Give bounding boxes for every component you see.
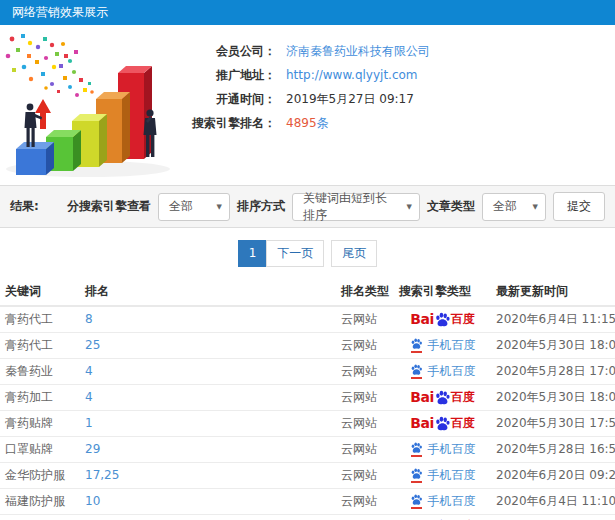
- rank-link[interactable]: 17,25: [80, 462, 336, 488]
- header-update-time: 最新更新时间: [491, 278, 615, 306]
- sort-filter-select[interactable]: 关键词由短到长排序 ▼: [292, 193, 420, 221]
- update-time-cell: 2020年6月4日 11:15: [491, 306, 615, 332]
- results-panel: 结果: 分搜索引擎查看 全部 ▼ 排序方式 关键词由短到长排序 ▼ 文章类型 全…: [0, 185, 615, 520]
- page-title: 网络营销效果展示: [0, 0, 615, 25]
- baidu-cn-text: 百度: [451, 389, 475, 406]
- bar-chart-illustration: [0, 29, 176, 181]
- engine-cell: 手机百度: [394, 332, 491, 358]
- rank-link[interactable]: 4: [80, 358, 336, 384]
- last-page-button[interactable]: 尾页: [331, 240, 377, 267]
- pagination: 1 下一页 尾页: [0, 228, 615, 278]
- member-company-row: 会员公司： 济南秦鲁药业科技有限公司: [176, 39, 430, 63]
- keyword-cell: [0, 514, 80, 520]
- rank-link[interactable]: [80, 514, 336, 520]
- mobile-baidu-logo: 手机百度: [410, 441, 476, 458]
- submit-button[interactable]: 提交: [553, 192, 605, 221]
- update-time-cell: 2020年5月30日 17:58: [491, 410, 615, 436]
- mobile-baidu-icon: [410, 493, 423, 509]
- rank-type-cell: 云网站: [336, 462, 394, 488]
- rank-type-cell: 云网站: [336, 358, 394, 384]
- rank-type-cell: [336, 514, 394, 520]
- header-engine-type: 搜索引擎类型: [394, 278, 491, 306]
- rank-link[interactable]: 8: [80, 306, 336, 332]
- member-info: 会员公司： 济南秦鲁药业科技有限公司 推广地址： http://www.qlyy…: [176, 29, 430, 185]
- rank-count-label: 搜索引擎排名：: [176, 115, 276, 132]
- rank-link[interactable]: 1: [80, 410, 336, 436]
- engine-cell: Bai百度: [394, 384, 491, 410]
- sort-filter-label: 排序方式: [237, 198, 285, 215]
- table-row: 膏药加工 4 云网站 Bai百度 2020年5月30日 18:03: [0, 384, 615, 410]
- promo-url-row: 推广地址： http://www.qlyyjt.com: [176, 63, 430, 87]
- open-time-row: 开通时间： 2019年5月27日 09:17: [176, 87, 430, 111]
- rank-type-cell: 云网站: [336, 306, 394, 332]
- results-table: 关键词 排名 排名类型 搜索引擎类型 最新更新时间 膏药代工 8 云网站 Bai…: [0, 278, 615, 520]
- update-time-cell: 2020年6月20日 09:25: [491, 462, 615, 488]
- engine-cell: 手机百度: [394, 358, 491, 384]
- engine-cell: 手机百度: [394, 488, 491, 514]
- mobile-baidu-icon: [410, 441, 423, 457]
- baidu-paw-icon: [410, 441, 423, 454]
- table-row: 福建防护服 10 云网站 手机百度 2020年6月4日 11:10: [0, 488, 615, 514]
- mobile-baidu-text: 手机百度: [428, 363, 476, 380]
- engine-cell: 手机百度: [394, 436, 491, 462]
- baidu-cn-text: 百度: [451, 415, 475, 432]
- header-rank: 排名: [80, 278, 336, 306]
- results-filter-bar: 结果: 分搜索引擎查看 全部 ▼ 排序方式 关键词由短到长排序 ▼ 文章类型 全…: [0, 186, 615, 228]
- mobile-baidu-icon: [410, 337, 423, 353]
- sort-filter-value: 关键词由短到长排序: [303, 190, 399, 224]
- pagination-group: 1 下一页: [238, 240, 325, 267]
- rank-type-cell: 云网站: [336, 410, 394, 436]
- member-company-label: 会员公司：: [176, 43, 276, 60]
- rank-count-value: 4895条: [286, 115, 329, 132]
- chevron-down-icon: ▼: [525, 203, 538, 211]
- engine-filter-value: 全部: [169, 198, 193, 215]
- update-time-cell: 2020年6月4日 11:10: [491, 488, 615, 514]
- next-page-button[interactable]: 下一页: [266, 240, 324, 267]
- rank-link[interactable]: 25: [80, 332, 336, 358]
- engine-filter-select[interactable]: 全部 ▼: [158, 193, 230, 221]
- baidu-paw-icon: [434, 415, 451, 432]
- header-keyword: 关键词: [0, 278, 80, 306]
- rank-link[interactable]: 10: [80, 488, 336, 514]
- baidu-paw-icon: [434, 311, 451, 328]
- baidu-cn-text: 百度: [451, 311, 475, 328]
- member-company-link[interactable]: 济南秦鲁药业科技有限公司: [286, 43, 430, 60]
- article-type-select[interactable]: 全部 ▼: [482, 193, 546, 221]
- engine-cell: Bai百度: [394, 410, 491, 436]
- table-row: 秦鲁药业 4 云网站 手机百度 2020年5月28日 17:02: [0, 358, 615, 384]
- mobile-baidu-logo: 手机百度: [410, 337, 476, 354]
- rank-count-row: 搜索引擎排名： 4895条: [176, 111, 430, 135]
- table-header-row: 关键词 排名 排名类型 搜索引擎类型 最新更新时间: [0, 278, 615, 306]
- mobile-baidu-icon: [410, 467, 423, 483]
- page-1-button[interactable]: 1: [238, 240, 268, 267]
- baidu-logo: Bai百度: [410, 311, 474, 328]
- promo-url-link[interactable]: http://www.qlyyjt.com: [286, 68, 418, 82]
- table-row: 口罩贴牌 29 云网站 手机百度 2020年5月28日 16:55: [0, 436, 615, 462]
- bar-blue: [16, 142, 54, 175]
- baidu-paw-icon: [410, 337, 423, 350]
- update-time-cell: 2020年5月30日 18:06: [491, 332, 615, 358]
- rank-type-cell: 云网站: [336, 384, 394, 410]
- results-label: 结果:: [10, 198, 39, 215]
- mobile-baidu-icon: [410, 363, 423, 379]
- mobile-baidu-logo: 手机百度: [410, 363, 476, 380]
- engine-cell: Bai百度: [394, 514, 491, 520]
- rank-link[interactable]: 29: [80, 436, 336, 462]
- baidu-latin-text: Bai: [410, 415, 433, 431]
- keyword-cell: 膏药加工: [0, 384, 80, 410]
- mobile-baidu-text: 手机百度: [428, 441, 476, 458]
- rank-link[interactable]: 4: [80, 384, 336, 410]
- rank-type-cell: 云网站: [336, 488, 394, 514]
- article-type-value: 全部: [493, 198, 517, 215]
- keyword-cell: 口罩贴牌: [0, 436, 80, 462]
- rank-type-cell: 云网站: [336, 436, 394, 462]
- chevron-down-icon: ▼: [399, 203, 412, 211]
- engine-filter-label: 分搜索引擎查看: [67, 198, 151, 215]
- baidu-logo: Bai百度: [410, 415, 474, 432]
- baidu-latin-text: Bai: [410, 389, 433, 405]
- baidu-paw-icon: [434, 389, 451, 406]
- table-row: 膏药代工 8 云网站 Bai百度 2020年6月4日 11:15: [0, 306, 615, 332]
- update-time-cell: 2020年5月28日 17:02: [491, 358, 615, 384]
- summary-section: 会员公司： 济南秦鲁药业科技有限公司 推广地址： http://www.qlyy…: [0, 25, 615, 185]
- update-time-cell: [491, 514, 615, 520]
